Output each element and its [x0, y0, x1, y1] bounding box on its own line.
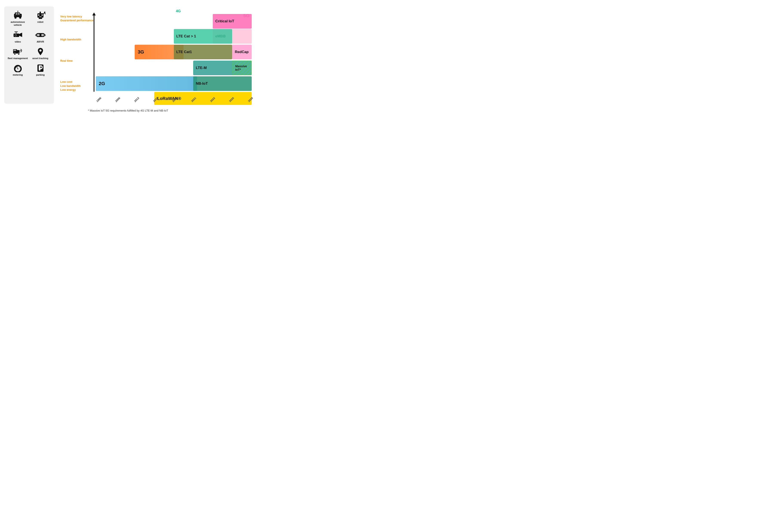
svg-point-35: [39, 49, 41, 52]
y-label-low-cost: Low costLow bandwidthLow energy: [60, 80, 93, 92]
parking-label: parking: [36, 73, 45, 76]
bar-nb-iot: NB-IoT: [193, 76, 252, 91]
svg-rect-31: [14, 50, 16, 51]
y-axis-arrow: [93, 13, 94, 104]
5g-label: 5G: [243, 13, 250, 18]
svg-line-39: [16, 68, 16, 68]
svg-point-3: [19, 17, 21, 19]
icon-item-metering: metering: [8, 64, 28, 76]
icon-item-parking: parking: [30, 64, 51, 76]
fleet-management-label: fleet management: [8, 57, 28, 60]
asset-tracking-icon: [35, 47, 46, 56]
svg-point-33: [18, 53, 20, 55]
bar-2g: 2G: [96, 76, 197, 91]
y-axis-labels: Very low latencyGuaranteed performance H…: [60, 13, 93, 104]
svg-rect-24: [14, 31, 18, 32]
bar-massive-iot: MassiveIoT*: [232, 61, 252, 75]
svg-marker-20: [19, 33, 22, 37]
bar-lorawan: LoRaWAN®: [154, 92, 252, 105]
bars-and-xaxis: 4G Critical IoT eMBB LTE Cat > 1 RedCap: [96, 13, 252, 104]
autonomous-vehicle-label: autonomous vehicle: [8, 20, 28, 27]
video-label: video: [15, 40, 21, 43]
robot-label: robot: [37, 20, 43, 23]
bar-lte-cat1-plus: LTE Cat > 1: [174, 29, 232, 44]
svg-point-34: [20, 50, 21, 51]
svg-rect-5: [18, 13, 20, 15]
metering-icon: [13, 64, 23, 72]
icon-item-fleet-management: fleet management: [8, 47, 28, 60]
svg-point-2: [14, 17, 17, 19]
footnote: * Massive IoT 5G requirements fulfilled …: [88, 109, 168, 112]
svg-rect-28: [40, 34, 41, 36]
icon-item-autonomous-vehicle: autonomous vehicle: [8, 11, 28, 27]
svg-rect-18: [39, 18, 42, 19]
svg-point-12: [41, 14, 43, 16]
svg-point-22: [15, 35, 16, 36]
bar-redcap: RedCap: [232, 45, 252, 59]
ar-vr-icon: [35, 31, 46, 39]
y-label-high-bandwidth: High bandwidth: [60, 38, 93, 41]
parking-icon: [35, 64, 46, 72]
icon-item-robot: robot: [30, 11, 51, 27]
y-label-very-low-latency: Very low latencyGuaranteed performance: [60, 15, 93, 22]
svg-rect-27: [41, 34, 44, 36]
icon-item-video: video: [8, 31, 28, 43]
svg-rect-4: [16, 13, 17, 15]
y-label-real-time: Real time: [60, 59, 93, 63]
svg-point-8: [17, 11, 18, 12]
fleet-management-icon: [13, 47, 23, 56]
svg-rect-13: [39, 16, 42, 17]
svg-point-38: [17, 68, 18, 69]
svg-point-11: [38, 14, 39, 16]
autonomous-vehicle-icon: [13, 11, 23, 19]
left-panel: autonomous vehicle robot: [4, 6, 54, 104]
video-icon: [13, 31, 23, 39]
metering-label: metering: [13, 73, 23, 76]
svg-point-32: [14, 53, 16, 55]
chart-area: 5G Very low latencyGuaranteed performanc…: [56, 6, 252, 104]
bar-lte-cat1: LTE Cat1: [174, 45, 232, 59]
robot-icon: [35, 11, 46, 19]
bars-area: Critical IoT eMBB LTE Cat > 1 RedCap 3G …: [96, 13, 252, 99]
4g-label: 4G: [176, 9, 181, 13]
svg-rect-26: [37, 34, 40, 36]
svg-line-40: [19, 68, 20, 68]
icon-item-ar-vr: AR/VR: [30, 31, 51, 43]
asset-tracking-label: asset tracking: [32, 57, 48, 60]
ar-vr-label: AR/VR: [37, 40, 44, 43]
main-container: autonomous vehicle robot: [4, 6, 252, 104]
icon-item-asset-tracking: asset tracking: [30, 47, 51, 60]
